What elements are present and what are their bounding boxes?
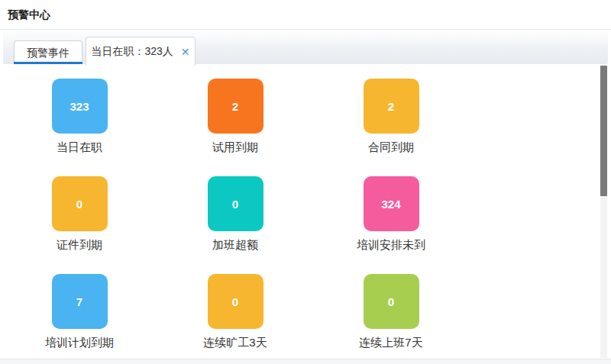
tile-count-box[interactable]: 2 — [208, 79, 263, 134]
warning-tile[interactable]: 2合同到期 — [338, 79, 445, 155]
warning-tile[interactable]: 0加班超额 — [182, 176, 289, 253]
tile-label: 培训安排未到 — [357, 238, 425, 253]
tile-label: 证件到期 — [57, 238, 102, 253]
tile-label: 试用到期 — [212, 140, 258, 155]
vertical-scrollbar[interactable] — [600, 66, 607, 358]
tile-count-box[interactable]: 2 — [364, 79, 419, 134]
tile-label: 培训计划到期 — [45, 336, 114, 350]
tile-count-box[interactable]: 0 — [208, 176, 263, 231]
warning-tile[interactable]: 0连续上班7天 — [338, 274, 445, 350]
page-title: 预警中心 — [8, 8, 50, 22]
warning-tile[interactable]: 0证件到期 — [26, 176, 133, 253]
tile-count-box[interactable]: 0 — [364, 274, 419, 329]
window-header: 预警中心 — [0, 0, 611, 30]
tile-count-box[interactable]: 324 — [364, 176, 419, 231]
tile-label: 当日在职 — [57, 140, 102, 155]
tab-on-duty-today[interactable]: 当日在职：323人 ✕ — [86, 37, 196, 66]
close-icon[interactable]: ✕ — [181, 47, 190, 57]
tile-label: 加班超额 — [212, 238, 258, 253]
tile-label: 连续旷工3天 — [203, 336, 267, 350]
tile-count-box[interactable]: 7 — [52, 274, 108, 329]
tab-strip: 预警事件 当日在职：323人 ✕ — [3, 31, 608, 65]
warning-tile[interactable]: 323当日在职 — [26, 79, 133, 155]
tile-label: 连续上班7天 — [359, 336, 422, 350]
tile-count-box[interactable]: 0 — [208, 274, 263, 329]
tab-warning-events[interactable]: 预警事件 — [14, 40, 82, 65]
warning-panel: 323当日在职2试用到期2合同到期0证件到期0加班超额324培训安排未到7培训计… — [0, 64, 611, 359]
tile-count-box[interactable]: 323 — [52, 79, 108, 134]
tile-count-box[interactable]: 0 — [52, 176, 108, 231]
warning-tile[interactable]: 0连续旷工3天 — [182, 274, 289, 350]
scrollbar-thumb[interactable] — [600, 66, 607, 196]
warning-tile[interactable]: 7培训计划到期 — [26, 274, 133, 350]
warning-tile[interactable]: 324培训安排未到 — [338, 176, 445, 253]
tile-grid: 323当日在职2试用到期2合同到期0证件到期0加班超额324培训安排未到7培训计… — [0, 64, 611, 350]
tab-warning-events-label: 预警事件 — [27, 47, 70, 60]
bottom-edge-strip — [0, 359, 611, 364]
tile-label: 合同到期 — [368, 140, 414, 155]
warning-tile[interactable]: 2试用到期 — [182, 79, 289, 155]
tab-on-duty-today-label: 当日在职：323人 — [91, 45, 173, 59]
